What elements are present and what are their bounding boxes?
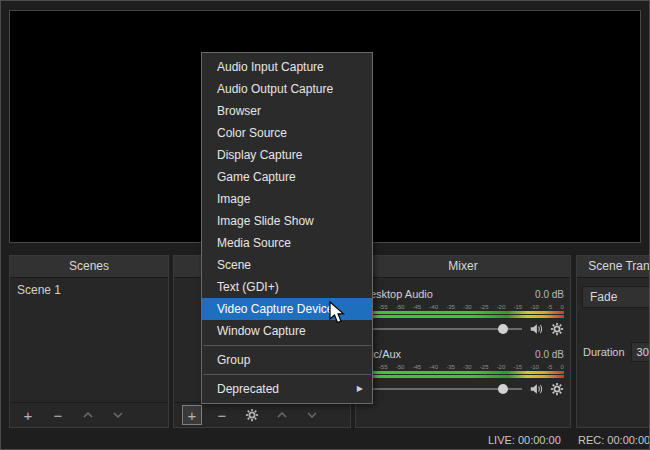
mute-button[interactable]: [529, 382, 543, 396]
gear-icon: [550, 322, 564, 336]
speaker-icon: [529, 322, 543, 336]
scenes-dock-title: Scenes: [10, 256, 168, 278]
duration-label: Duration: [583, 346, 625, 358]
scale-tick: -50: [396, 364, 405, 370]
scale-tick: -45: [412, 364, 421, 370]
add-source-menu: Audio Input Capture Audio Output Capture…: [201, 52, 373, 404]
menu-item-image-slide-show[interactable]: Image Slide Show: [202, 210, 372, 232]
scene-list-item[interactable]: Scene 1: [10, 278, 168, 302]
scale-tick: -30: [463, 364, 472, 370]
menu-item-game-capture[interactable]: Game Capture: [202, 166, 372, 188]
mixer-track-desktop-audio: Desktop Audio 0.0 dB -60-55-50-45-40-35-…: [362, 288, 564, 340]
scale-tick: -35: [446, 364, 455, 370]
menu-item-group[interactable]: Group: [202, 349, 372, 371]
remove-scene-button[interactable]: −: [48, 405, 68, 425]
speaker-icon: [529, 382, 543, 396]
volume-slider[interactable]: [362, 383, 522, 395]
menu-item-image[interactable]: Image: [202, 188, 372, 210]
move-scene-down-button[interactable]: [108, 405, 128, 425]
menu-separator: [203, 345, 371, 346]
scale-tick: -30: [463, 304, 472, 310]
move-source-up-button[interactable]: [272, 405, 292, 425]
obs-main-window: Scenes Scene 1 + − + −: [0, 0, 650, 450]
cursor-arrow-icon: [328, 301, 350, 325]
db-scale: -60-55-50-45-40-35-30-25-20-15-10-50: [362, 304, 564, 310]
mixer-dock: Mixer Desktop Audio 0.0 dB -60-55-50-45-…: [355, 255, 571, 428]
scale-tick: 0: [561, 364, 564, 370]
track-db-value: 0.0 dB: [535, 289, 564, 300]
volume-slider[interactable]: [362, 323, 522, 335]
scale-tick: -20: [497, 304, 506, 310]
track-settings-button[interactable]: [550, 382, 564, 396]
scale-tick: -50: [396, 304, 405, 310]
mixer-dock-title: Mixer: [356, 256, 570, 278]
duration-spinbox[interactable]: 300: [631, 342, 650, 362]
mouse-cursor: [328, 301, 350, 325]
menu-item-browser[interactable]: Browser: [202, 100, 372, 122]
add-source-button[interactable]: +: [182, 405, 202, 425]
source-properties-button[interactable]: [242, 405, 262, 425]
menu-item-audio-output-capture[interactable]: Audio Output Capture: [202, 78, 372, 100]
chevron-down-icon: [306, 409, 318, 421]
menu-item-audio-input-capture[interactable]: Audio Input Capture: [202, 56, 372, 78]
scale-tick: -5: [547, 304, 552, 310]
remove-source-button[interactable]: −: [212, 405, 232, 425]
volume-meter: [362, 371, 564, 378]
move-source-down-button[interactable]: [302, 405, 322, 425]
gear-icon: [550, 382, 564, 396]
volume-meter: [362, 311, 564, 318]
scale-tick: -15: [513, 304, 522, 310]
scenes-dock: Scenes Scene 1 + −: [9, 255, 169, 428]
scale-tick: -40: [429, 364, 438, 370]
menu-item-display-capture[interactable]: Display Capture: [202, 144, 372, 166]
move-scene-up-button[interactable]: [78, 405, 98, 425]
menu-item-color-source[interactable]: Color Source: [202, 122, 372, 144]
sources-toolbar: + −: [174, 402, 350, 427]
menu-item-deprecated[interactable]: Deprecated ▶: [202, 378, 372, 400]
scenes-toolbar: + −: [10, 402, 168, 427]
track-db-value: 0.0 dB: [535, 349, 564, 360]
scale-tick: -25: [480, 364, 489, 370]
scale-tick: -15: [513, 364, 522, 370]
track-settings-button[interactable]: [550, 322, 564, 336]
scale-tick: -55: [379, 304, 388, 310]
status-live-time: LIVE: 00:00:00: [488, 434, 561, 446]
scale-tick: -40: [429, 304, 438, 310]
scale-tick: -20: [497, 364, 506, 370]
scale-tick: -45: [412, 304, 421, 310]
add-scene-button[interactable]: +: [18, 405, 38, 425]
chevron-up-icon: [276, 409, 288, 421]
submenu-arrow-icon: ▶: [357, 378, 363, 400]
menu-item-text-gdi[interactable]: Text (GDI+): [202, 276, 372, 298]
chevron-down-icon: [112, 409, 124, 421]
scale-tick: -35: [446, 304, 455, 310]
scene-transitions-dock: Scene Transitions Fade Duration 300: [576, 255, 650, 428]
menu-item-scene[interactable]: Scene: [202, 254, 372, 276]
menu-item-media-source[interactable]: Media Source: [202, 232, 372, 254]
menu-separator: [203, 374, 371, 375]
status-rec-time: REC: 00:00:00: [578, 434, 650, 446]
scale-tick: -55: [379, 364, 388, 370]
scene-transitions-dock-title: Scene Transitions: [577, 256, 650, 278]
scale-tick: -5: [547, 364, 552, 370]
mute-button[interactable]: [529, 322, 543, 336]
volume-slider-handle[interactable]: [498, 384, 508, 394]
gear-icon: [245, 408, 259, 422]
volume-slider-handle[interactable]: [498, 324, 508, 334]
mixer-track-mic-aux: Mic/Aux 0.0 dB -60-55-50-45-40-35-30-25-…: [362, 348, 564, 400]
chevron-up-icon: [82, 409, 94, 421]
scale-tick: -10: [530, 364, 539, 370]
scale-tick: -10: [530, 304, 539, 310]
db-scale: -60-55-50-45-40-35-30-25-20-15-10-50: [362, 364, 564, 370]
scale-tick: -25: [480, 304, 489, 310]
transition-select[interactable]: Fade: [582, 286, 650, 308]
scale-tick: 0: [561, 304, 564, 310]
